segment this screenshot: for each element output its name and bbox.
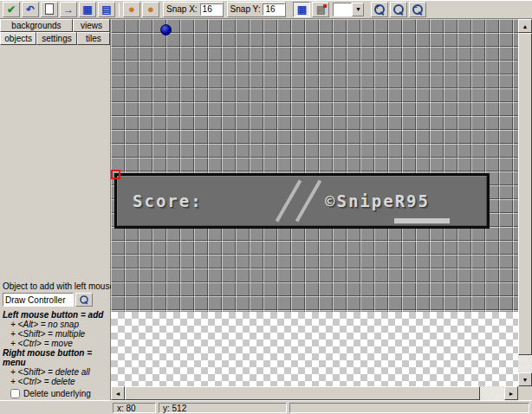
document-icon (45, 3, 54, 15)
tab-label: objects (4, 34, 32, 43)
delete-underlying-row: Delete underlying (3, 389, 108, 398)
toolbar-separator (119, 3, 120, 16)
tab-label: settings (42, 34, 71, 43)
scroll-left-button[interactable]: ◄ (111, 386, 125, 400)
objects-panel-body: Object to add with left mouse: Left mous… (0, 45, 110, 400)
tab-row-1: backgrounds views (0, 19, 110, 32)
status-cursor-x: x: 80 (113, 403, 156, 413)
tab-settings[interactable]: settings (36, 32, 76, 45)
tab-tiles[interactable]: tiles (77, 32, 110, 45)
vertical-scrollbar[interactable]: ▲ ▼ (518, 19, 532, 386)
arrow-up-icon: ▲ (522, 23, 529, 29)
score-banner-object[interactable]: Score: ©SnipeR95 (114, 173, 490, 229)
delete-underlying-checkbox[interactable] (10, 389, 20, 398)
scroll-right-button[interactable]: ► (504, 386, 518, 400)
h-scroll-thumb[interactable] (125, 386, 480, 400)
undo-button[interactable]: ↶ (22, 2, 39, 17)
arrow-down-icon: ▼ (522, 377, 529, 383)
ball-tool-button-1[interactable]: ● (123, 2, 140, 17)
tab-label: backgrounds (11, 21, 61, 30)
object-add-section: Object to add with left mouse: Left mous… (3, 281, 108, 398)
magnifier-icon (393, 3, 405, 16)
transparent-checkerboard[interactable] (111, 312, 518, 386)
arrow-right-icon: ► (509, 391, 515, 397)
scroll-up-button[interactable]: ▲ (518, 19, 532, 33)
snap-x-label: Snap X: (164, 4, 200, 14)
help-line: + <Ctrl> = move (3, 339, 108, 348)
toolbar-dropdown[interactable]: ▼ (333, 3, 364, 16)
help-line: + <Shift> = delete all (3, 367, 108, 377)
apply-button[interactable]: ✔ (3, 2, 20, 17)
snap-x-input[interactable] (200, 3, 223, 16)
forward-button[interactable]: → (60, 2, 77, 17)
tile-rows-icon: ▤ (101, 4, 111, 15)
red-handle-dot (323, 4, 327, 8)
snap-y-group: Snap Y: (227, 2, 287, 17)
dropdown-value-box[interactable] (333, 3, 352, 16)
tab-views[interactable]: views (73, 19, 110, 32)
zoom-reset-button[interactable] (390, 2, 407, 17)
undo-arrow-icon: ↶ (26, 4, 35, 15)
toolbar: ✔ ↶ → ▦ ▤ ● ● Snap X: Snap Y: (0, 0, 532, 19)
left-panel: backgrounds views objects settings tiles… (0, 19, 111, 400)
level-editor-window: ✔ ↶ → ▦ ▤ ● ● Snap X: Snap Y: (0, 0, 532, 414)
controller-object-dot[interactable] (160, 24, 172, 36)
help-line: + <Ctrl> = delete (3, 377, 108, 386)
level-viewport[interactable]: Score: ©SnipeR95 (111, 19, 518, 386)
scrollbar-corner (518, 386, 532, 400)
tab-backgrounds[interactable]: backgrounds (0, 19, 73, 32)
ball-icon: ● (128, 3, 135, 15)
tab-row-2: objects settings tiles (0, 32, 110, 45)
help-line: Left mouse button = add (3, 310, 108, 320)
tab-objects[interactable]: objects (0, 32, 36, 45)
minus-sign: − (412, 3, 417, 11)
help-line: + <Shift> = multiple (3, 329, 108, 339)
status-cursor-y: y: 512 (159, 403, 287, 413)
mouse-help-text: Left mouse button = add + <Alt> = no sna… (3, 310, 108, 386)
snap-y-label: Snap Y: (228, 4, 263, 14)
snap-x-group: Snap X: (163, 2, 224, 17)
grid-handles-button[interactable]: ▩ (312, 2, 329, 17)
v-scroll-thumb[interactable] (518, 33, 532, 355)
canvas-area: Score: ©SnipeR95 ▲ ▼ ◄ (111, 19, 532, 400)
object-add-label: Object to add with left mouse: (3, 281, 108, 291)
object-browse-button[interactable] (75, 293, 93, 307)
tab-label: views (81, 21, 102, 30)
tile-grid[interactable] (111, 19, 518, 312)
dropdown-arrow-icon[interactable]: ▼ (352, 3, 364, 16)
arrow-left-icon: ◄ (115, 391, 121, 397)
object-picker-row (3, 293, 108, 307)
banner-slash-2 (295, 180, 321, 223)
tab-label: tiles (86, 34, 101, 43)
new-document-button[interactable] (41, 2, 58, 17)
scroll-down-button[interactable]: ▼ (518, 372, 532, 386)
ball-icon: ● (147, 3, 154, 15)
zoom-out-button[interactable]: − (409, 2, 426, 17)
tile-arrange-button[interactable]: ▦ (79, 2, 96, 17)
check-icon: ✔ (7, 4, 16, 15)
grid-icon: ▦ (297, 4, 307, 15)
delete-underlying-label: Delete underlying (23, 389, 91, 398)
grid-toggle-button[interactable]: ▦ (293, 2, 310, 17)
browse-magnifier-icon (79, 294, 88, 304)
plus-sign: + (374, 3, 379, 11)
selection-marker (111, 170, 120, 179)
zoom-in-button[interactable]: + (371, 2, 388, 17)
ball-tool-button-2[interactable]: ● (142, 2, 159, 17)
arrow-right-icon: → (63, 4, 74, 15)
banner-light-patch (394, 218, 450, 223)
credit-label: ©SnipeR95 (325, 191, 430, 210)
tile-rows-button[interactable]: ▤ (98, 2, 115, 17)
object-dropdown[interactable] (3, 293, 74, 307)
help-line: Right mouse button = menu (3, 348, 108, 367)
horizontal-scrollbar[interactable]: ◄ ► (111, 386, 518, 400)
tile-grid-icon: ▦ (82, 4, 92, 15)
status-message (289, 403, 529, 413)
status-bar: x: 80 y: 512 (0, 400, 532, 414)
help-line: + <Alt> = no snap (3, 320, 108, 329)
snap-y-input[interactable] (263, 3, 285, 16)
score-label: Score: (133, 191, 203, 210)
